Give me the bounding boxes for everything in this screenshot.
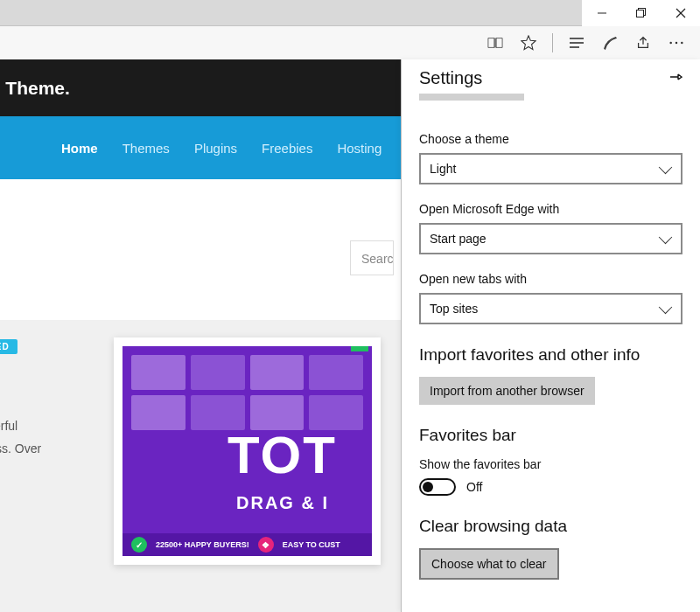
browser-toolbar [0,26,700,59]
favbar-heading: Favorites bar [419,426,682,445]
promo-title: TOT [122,425,372,485]
close-button[interactable] [661,0,700,26]
svg-point-11 [681,42,683,45]
svg-marker-5 [522,36,536,50]
hub-icon[interactable] [564,30,590,56]
import-heading: Import favorites and other info [419,345,682,365]
theme-value: Light [430,162,456,176]
share-icon[interactable] [630,30,656,56]
toolbar-divider [552,33,553,52]
search-input[interactable]: Search [350,240,394,275]
reading-view-icon[interactable] [482,30,508,56]
nav-hosting[interactable]: Hosting [337,141,382,156]
theme-label: Choose a theme [419,132,682,146]
minimize-button[interactable] [582,0,621,26]
favbar-state: Off [466,480,482,494]
favorite-star-icon[interactable] [515,30,542,56]
notes-icon[interactable] [597,30,623,56]
svg-rect-2 [636,10,643,17]
settings-flyout: Settings Choose a theme Light Open Micro… [401,59,700,612]
featured-badge: FEATURED [0,339,18,354]
window-controls [582,0,700,26]
promo-subtitle: DRAG & I [122,493,372,513]
pin-icon[interactable] [668,70,682,87]
theme-dropdown[interactable]: Light [419,153,682,184]
clear-heading: Clear browsing data [419,517,682,536]
maximize-button[interactable] [621,0,661,26]
newtabs-value: Top sites [430,302,478,316]
promo-accent [351,346,368,351]
blurb-line: e builder [0,372,70,393]
promo-card[interactable]: TOT DRAG & I ✓ 22500+ HAPPY BUYERS! ❖ EA… [114,337,381,565]
import-button[interactable]: Import from another browser [419,377,595,405]
svg-point-9 [669,42,672,45]
nav-themes[interactable]: Themes [122,141,170,156]
favbar-toggle[interactable] [419,478,456,496]
layers-icon: ❖ [258,537,274,553]
blurb-line: and powerful [0,415,70,437]
clear-button[interactable]: Choose what to clear [419,548,559,580]
svg-point-10 [676,42,678,45]
blurb-line: WordPress. Over [0,438,70,460]
newtabs-label: Open new tabs with [419,272,682,286]
titlebar [0,0,700,26]
nav-plugins[interactable]: Plugins [194,141,237,156]
more-icon[interactable] [663,30,690,56]
favbar-label: Show the favorites bar [419,457,682,471]
openwith-dropdown[interactable]: Start page [419,223,682,254]
flyout-title: Settings [419,68,482,88]
openwith-value: Start page [430,232,486,246]
hero-title: WordPress Theme. [0,78,70,99]
promo-footer: ✓ 22500+ HAPPY BUYERS! ❖ EASY TO CUST [122,533,372,556]
promo-easy: EASY TO CUST [283,540,340,549]
flyout-tab-indicator [402,94,700,122]
nav-home[interactable]: Home [61,141,98,156]
blurb: e builder using and powerful WordPress. … [0,372,70,460]
newtabs-dropdown[interactable]: Top sites [419,293,682,324]
openwith-label: Open Microsoft Edge with [419,202,682,216]
check-icon: ✓ [131,537,147,553]
promo-buyers: 22500+ HAPPY BUYERS! [156,540,249,549]
nav-freebies[interactable]: Freebies [262,141,312,156]
promo-tiles [131,355,363,430]
blurb-line: using [0,393,70,415]
